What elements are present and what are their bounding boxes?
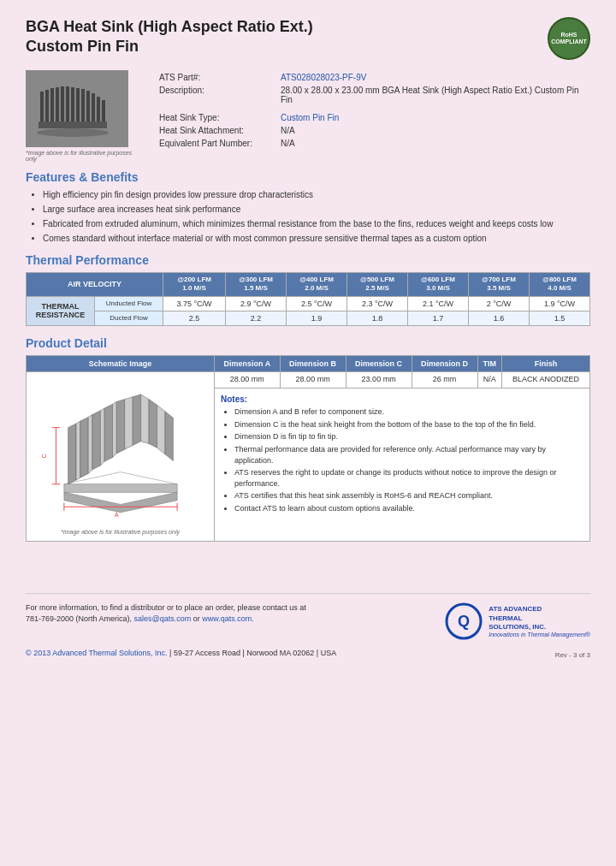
ats-logo-svg: Q <box>445 602 483 641</box>
unducted-val-3: 2.3 °C/W <box>347 296 408 311</box>
thermal-performance-table: AIR VELOCITY @200 LFM 1.0 M/S @300 LFM 1… <box>26 272 590 326</box>
svg-marker-25 <box>116 399 124 453</box>
product-image-box <box>26 70 128 147</box>
feature-item: High efficiency pin fin design provides … <box>43 189 590 201</box>
detail-values-row: C A *Image above is for illustrative pur… <box>27 371 590 388</box>
unducted-val-1: 2.9 °C/W <box>226 296 287 311</box>
unducted-label: Unducted Flow <box>95 296 163 311</box>
svg-marker-15 <box>63 492 176 513</box>
svg-marker-31 <box>164 412 172 461</box>
svg-rect-7 <box>71 87 74 122</box>
svg-rect-13 <box>102 100 105 122</box>
col-finish: Finish <box>502 355 590 371</box>
feature-item: Fabricated from extruded aluminum, which… <box>43 218 590 230</box>
svg-rect-11 <box>92 93 95 122</box>
dim-b-value: 28.00 mm <box>280 371 346 388</box>
copyright: © 2013 Advanced Thermal Solutions, Inc. <box>26 649 168 657</box>
note-item: Thermal performance data are provided fo… <box>234 444 583 466</box>
product-detail-table: ATS Part#: ATS028028023-PF-9V Descriptio… <box>154 70 590 151</box>
heatsink-illustration <box>30 74 124 143</box>
detail-header-row: Schematic Image Dimension A Dimension B … <box>27 355 590 371</box>
svg-marker-24 <box>112 401 116 457</box>
svg-marker-21 <box>92 411 99 470</box>
rev-text: Rev - 3 of 3 <box>555 651 590 659</box>
equivalent-part-label: Equivalent Part Number: <box>156 138 275 149</box>
svg-rect-16 <box>63 484 176 492</box>
features-list: High efficiency pin fin design provides … <box>26 189 590 245</box>
note-item: ATS certifies that this heat sink assemb… <box>234 490 583 501</box>
rohs-badge: RoHS COMPLIANT <box>548 17 590 60</box>
footer-contact: For more information, to find a distribu… <box>26 602 306 626</box>
schematic-image-cell: C A *Image above is for illustrative pur… <box>27 371 215 541</box>
svg-marker-18 <box>76 421 80 480</box>
footer-contact-details: 781-769-2000 (North America), sales@qats… <box>26 614 306 626</box>
col-300lfm: @300 LFM 1.5 M/S <box>226 273 287 297</box>
description-label: Description: <box>156 85 275 105</box>
part-row: ATS Part#: ATS028028023-PF-9V <box>156 72 589 83</box>
svg-rect-5 <box>61 86 64 122</box>
heat-sink-type-row: Heat Sink Type: Custom Pin Fin <box>156 112 589 123</box>
unducted-flow-row: THERMAL RESISTANCE Unducted Flow 3.75 °C… <box>27 296 590 311</box>
thermal-resistance-label: THERMAL RESISTANCE <box>27 296 95 325</box>
notes-list: Dimension A and B refer to component siz… <box>221 406 583 513</box>
unducted-val-5: 2 °C/W <box>469 296 530 311</box>
product-image-area: *Image above is for illustrative purpose… <box>26 70 137 162</box>
ducted-flow-row: Ducted Flow 2.5 2.2 1.9 1.8 1.7 1.6 1.5 <box>27 311 590 325</box>
image-caption: *Image above is for illustrative purpose… <box>26 150 137 162</box>
heat-sink-type-label: Heat Sink Type: <box>156 112 275 123</box>
col-700lfm: @700 LFM 3.5 M/S <box>469 273 530 297</box>
description-value: 28.00 x 28.00 x 23.00 mm BGA Heat Sink (… <box>277 85 589 105</box>
air-velocity-header: AIR VELOCITY <box>27 273 163 297</box>
col-400lfm: @400 LFM 2.0 M/S <box>287 273 347 297</box>
svg-rect-2 <box>45 90 49 122</box>
part-label: ATS Part#: <box>156 72 275 83</box>
part-number: ATS028028023-PF-9V <box>277 72 589 83</box>
page-title: BGA Heat Sink (High Aspect Ratio Ext.) C… <box>26 17 313 57</box>
svg-rect-4 <box>56 87 59 122</box>
footer-bottom: © 2013 Advanced Thermal Solutions, Inc. … <box>26 648 590 659</box>
col-dim-a: Dimension A <box>215 355 281 371</box>
svg-point-14 <box>37 128 109 137</box>
svg-marker-29 <box>149 399 157 448</box>
note-item: Dimension A and B refer to component siz… <box>234 406 583 418</box>
svg-rect-0 <box>38 122 107 128</box>
unducted-val-6: 1.9 °C/W <box>529 296 589 311</box>
ats-logo-text: ATS ADVANCEDTHERMALSOLUTIONS, INC. <box>489 605 590 632</box>
feature-item: Large surface area increases heat sink p… <box>43 204 590 216</box>
feature-item: Comes standard without interface materia… <box>43 233 590 245</box>
ducted-val-5: 1.6 <box>469 311 530 325</box>
ducted-val-4: 1.7 <box>408 311 469 325</box>
attachment-label: Heat Sink Attachment: <box>156 125 275 136</box>
col-800lfm: @800 LFM 4.0 M/S <box>529 273 589 297</box>
footer-contact-text: For more information, to find a distribu… <box>26 602 306 614</box>
footer-email[interactable]: sales@qats.com <box>134 614 192 623</box>
dim-a-value: 28.00 mm <box>215 371 281 388</box>
svg-marker-22 <box>100 408 104 466</box>
product-info-row: *Image above is for illustrative purpose… <box>26 70 590 162</box>
finish-value: BLACK ANODIZED <box>502 371 590 388</box>
svg-rect-12 <box>97 97 100 122</box>
svg-marker-30 <box>157 405 164 454</box>
footer: For more information, to find a distribu… <box>26 593 590 641</box>
col-dim-b: Dimension B <box>280 355 346 371</box>
thermal-performance-title: Thermal Performance <box>26 253 590 267</box>
svg-marker-23 <box>104 404 112 461</box>
schematic-svg: C A <box>39 379 202 525</box>
title-block: BGA Heat Sink (High Aspect Ratio Ext.) C… <box>26 17 313 57</box>
product-detail-title: Product Detail <box>26 336 590 350</box>
schematic-img-box: C A <box>35 375 206 529</box>
ducted-val-1: 2.2 <box>226 311 287 325</box>
ats-logo: Q ATS ADVANCEDTHERMALSOLUTIONS, INC. Inn… <box>445 602 590 641</box>
svg-rect-1 <box>40 92 44 122</box>
product-details: ATS Part#: ATS028028023-PF-9V Descriptio… <box>154 70 590 162</box>
notes-section: Notes: Dimension A and B refer to compon… <box>217 391 587 519</box>
unducted-val-2: 2.5 °C/W <box>287 296 347 311</box>
svg-rect-3 <box>50 88 54 122</box>
footer-website[interactable]: www.qats.com. <box>202 614 254 623</box>
thermal-header-row: AIR VELOCITY @200 LFM 1.0 M/S @300 LFM 1… <box>27 273 590 297</box>
footer-copyright-row: © 2013 Advanced Thermal Solutions, Inc. … <box>26 649 336 657</box>
attachment-value: N/A <box>277 125 589 136</box>
svg-marker-19 <box>80 417 87 477</box>
ducted-val-6: 1.5 <box>529 311 589 325</box>
col-schematic: Schematic Image <box>27 355 215 371</box>
